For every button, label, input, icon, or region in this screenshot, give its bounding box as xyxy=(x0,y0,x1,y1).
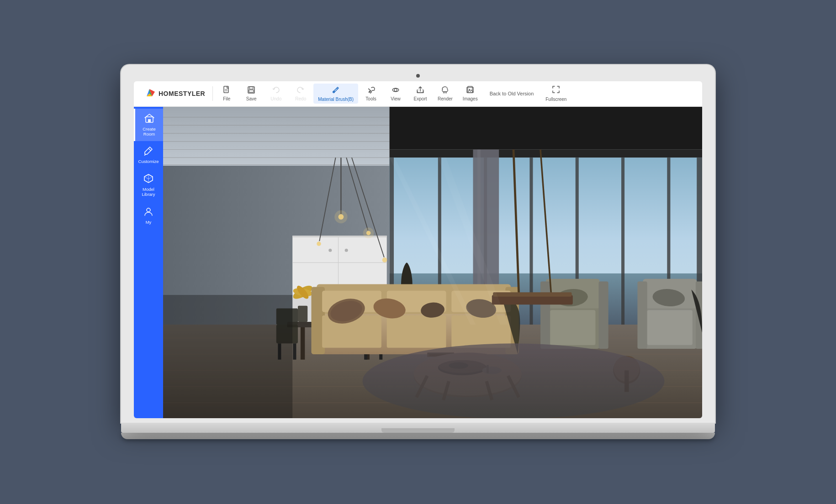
laptop-screen: HOMESTYLER xyxy=(134,81,702,419)
tools-label: Tools xyxy=(365,96,376,101)
render-label: Render xyxy=(438,96,453,101)
sidebar-item-model-library[interactable]: Model Library xyxy=(134,169,163,202)
svg-point-56 xyxy=(345,248,348,252)
logo-text: HOMESTYLER xyxy=(159,90,205,97)
undo-label: Undo xyxy=(270,96,281,101)
logo-area: HOMESTYLER xyxy=(138,87,211,100)
tools-icon xyxy=(367,86,375,95)
svg-rect-80 xyxy=(298,305,307,321)
my-icon xyxy=(143,206,153,219)
model-library-icon xyxy=(143,173,153,186)
svg-rect-75 xyxy=(293,343,296,359)
render-icon xyxy=(441,86,449,95)
redo-icon xyxy=(296,86,305,95)
sidebar-item-customize[interactable]: Customize xyxy=(134,141,163,168)
toolbar: HOMESTYLER xyxy=(134,81,702,107)
svg-point-66 xyxy=(317,242,321,246)
svg-point-20 xyxy=(147,208,150,212)
svg-rect-70 xyxy=(301,327,305,360)
my-label: My xyxy=(146,220,152,225)
export-label: Export xyxy=(414,96,427,101)
sidebar: Create Room Customize xyxy=(134,107,163,419)
toolbar-item-view[interactable]: View xyxy=(384,84,407,103)
svg-rect-40 xyxy=(621,158,624,325)
toolbar-item-images[interactable]: Images xyxy=(458,84,482,103)
save-label: Save xyxy=(246,96,257,101)
svg-rect-93 xyxy=(387,315,446,348)
svg-rect-126 xyxy=(647,310,693,345)
svg-marker-31 xyxy=(390,107,702,150)
svg-marker-32 xyxy=(390,149,702,158)
model-library-label: Model Library xyxy=(142,187,155,197)
back-to-old-version-label: Back to Old Version xyxy=(490,90,534,97)
svg-rect-135 xyxy=(163,295,292,419)
laptop-frame: HOMESTYLER xyxy=(121,65,715,440)
svg-rect-116 xyxy=(598,281,608,349)
fullscreen-icon xyxy=(552,85,560,96)
view-label: View xyxy=(391,96,401,101)
toolbar-item-save[interactable]: Save xyxy=(239,84,263,103)
create-room-label: Create Room xyxy=(143,126,156,137)
toolbar-item-material-brush[interactable]: Material Brush(B) xyxy=(313,84,358,104)
toolbar-divider xyxy=(212,86,213,101)
create-room-icon xyxy=(144,113,154,126)
canvas-area[interactable] xyxy=(163,107,702,419)
svg-point-12 xyxy=(394,89,397,91)
laptop-foot xyxy=(121,433,715,439)
view-icon xyxy=(392,86,400,95)
svg-rect-117 xyxy=(550,310,595,345)
toolbar-item-redo[interactable]: Redo xyxy=(289,84,312,103)
export-icon xyxy=(416,86,424,95)
toolbar-item-tools[interactable]: Tools xyxy=(359,84,383,103)
svg-rect-10 xyxy=(249,90,254,92)
customize-icon xyxy=(143,146,153,158)
toolbar-item-export[interactable]: Export xyxy=(408,84,432,103)
save-icon xyxy=(247,86,255,95)
undo-icon xyxy=(272,86,280,95)
svg-line-18 xyxy=(148,148,151,151)
svg-rect-134 xyxy=(493,292,571,296)
fullscreen-button[interactable]: Fullscreen xyxy=(541,84,571,104)
svg-point-68 xyxy=(363,227,374,238)
redo-label: Redo xyxy=(295,96,306,101)
sidebar-item-my[interactable]: My xyxy=(134,202,163,229)
toolbar-item-undo[interactable]: Undo xyxy=(264,84,288,103)
toolbar-items: File Save xyxy=(215,84,698,104)
laptop-camera xyxy=(416,74,420,78)
svg-rect-115 xyxy=(540,281,550,349)
sidebar-item-create-room[interactable]: Create Room xyxy=(134,109,163,142)
back-to-old-version-button[interactable]: Back to Old Version xyxy=(485,89,539,99)
fullscreen-label: Fullscreen xyxy=(545,97,566,102)
images-label: Images xyxy=(463,96,478,101)
svg-rect-17 xyxy=(148,119,151,122)
images-icon xyxy=(466,86,474,95)
toolbar-item-render[interactable]: Render xyxy=(433,84,457,103)
svg-point-15 xyxy=(469,89,471,90)
main-content: Create Room Customize xyxy=(134,107,702,419)
customize-label: Customize xyxy=(138,159,159,164)
material-brush-label: Material Brush(B) xyxy=(318,97,354,102)
svg-point-55 xyxy=(328,248,332,252)
svg-point-130 xyxy=(363,343,665,418)
svg-rect-124 xyxy=(637,281,647,349)
laptop-base xyxy=(121,423,715,433)
laptop-screen-bezel: HOMESTYLER xyxy=(121,65,715,423)
svg-point-65 xyxy=(382,257,387,262)
room-render-svg xyxy=(163,107,702,419)
file-label: File xyxy=(223,96,230,101)
file-icon xyxy=(222,86,231,95)
material-brush-icon xyxy=(331,85,340,96)
app-container: HOMESTYLER xyxy=(134,81,702,419)
toolbar-item-file[interactable]: File xyxy=(215,84,238,103)
svg-point-67 xyxy=(334,210,347,223)
homestyler-logo-icon xyxy=(143,87,156,100)
